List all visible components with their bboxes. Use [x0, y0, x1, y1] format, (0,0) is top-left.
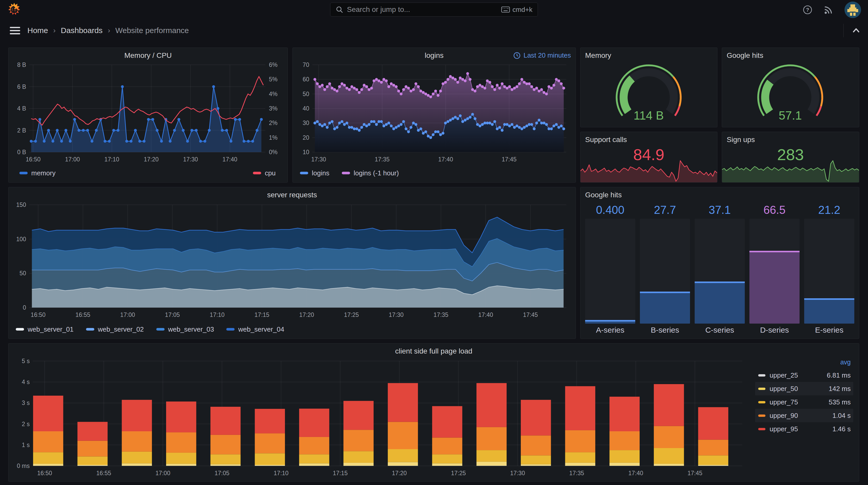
legend-item-upper_95[interactable]: upper_951.46 s	[755, 422, 853, 436]
subnav-actions	[843, 20, 861, 41]
menu-toggle-button[interactable]	[10, 26, 20, 35]
legend-item-cpu[interactable]: cpu	[253, 169, 276, 177]
svg-text:70: 70	[303, 61, 309, 68]
panel-client-page-load: client side full page load 0 ms1 s2 s3 s…	[8, 343, 859, 482]
svg-text:2 B: 2 B	[17, 127, 26, 134]
bar-gauge-fill	[804, 298, 854, 324]
legend-item-upper_50[interactable]: upper_50142 ms	[755, 382, 853, 395]
bar-gauge-value: 0.400	[585, 203, 635, 219]
svg-text:17:40: 17:40	[628, 470, 643, 477]
svg-text:17:20: 17:20	[299, 312, 314, 318]
svg-text:60: 60	[303, 76, 309, 83]
svg-text:17:40: 17:40	[222, 156, 238, 163]
panel-title[interactable]: Memory / CPU	[8, 52, 287, 59]
breadcrumb-separator: ›	[53, 26, 56, 35]
grafana-logo-icon[interactable]	[7, 2, 22, 17]
legend-swatch	[342, 172, 350, 174]
svg-text:17:45: 17:45	[502, 156, 517, 163]
breadcrumb-dashboards[interactable]: Dashboards	[61, 26, 102, 35]
svg-text:17:05: 17:05	[214, 470, 229, 477]
bar-gauge-label: B-series	[640, 324, 690, 335]
panel-title[interactable]: Memory	[585, 52, 611, 59]
svg-text:17:10: 17:10	[104, 156, 119, 163]
bar-gauge-label: E-series	[804, 324, 854, 335]
svg-text:17:45: 17:45	[687, 470, 703, 477]
bar-gauge-item-A-series: 0.400A-series	[585, 203, 635, 335]
panel-memory-cpu: Memory / CPU 0 B2 B4 B6 B8 B16:5017:0017…	[8, 47, 288, 183]
search-input[interactable]: Search or jump to... cmd+k	[330, 3, 538, 17]
google-hits-gauge: 57.1	[722, 62, 859, 126]
svg-text:0%: 0%	[269, 149, 277, 156]
panel-title[interactable]: Support calls	[585, 136, 627, 143]
breadcrumb-home[interactable]: Home	[27, 26, 48, 35]
svg-text:17:40: 17:40	[438, 156, 453, 163]
chevron-up-icon[interactable]	[851, 25, 861, 36]
panel-google-hits-bars: Google hits 0.400A-series27.7B-series37.…	[580, 187, 859, 339]
legend-item-web_server_03[interactable]: web_server_03	[156, 325, 214, 333]
legend-item-web_server_02[interactable]: web_server_02	[86, 325, 144, 333]
legend-item-logins (-1 hour)[interactable]: logins (-1 hour)	[342, 169, 399, 177]
svg-text:17:25: 17:25	[451, 470, 466, 477]
svg-text:17:00: 17:00	[120, 312, 135, 318]
svg-text:3 s: 3 s	[22, 399, 30, 406]
clock-icon	[513, 52, 521, 59]
legend-item-upper_25[interactable]: upper_256.81 ms	[755, 368, 853, 382]
legend-item-upper_90[interactable]: upper_901.04 s	[755, 409, 853, 422]
legend: memorycpu	[16, 166, 280, 180]
svg-text:1%: 1%	[269, 134, 277, 141]
legend-item-web_server_01[interactable]: web_server_01	[16, 325, 74, 333]
legend-item-memory[interactable]: memory	[20, 169, 56, 177]
legend-swatch	[226, 328, 235, 330]
svg-text:16:55: 16:55	[96, 470, 111, 477]
bar-gauge-value: 21.2	[804, 203, 854, 219]
svg-text:16:50: 16:50	[26, 156, 40, 163]
server-requests-chart[interactable]: 05010015016:5016:5517:0017:0517:1017:151…	[13, 201, 572, 319]
bar-gauge-track	[585, 219, 635, 324]
user-avatar[interactable]	[844, 1, 861, 18]
time-range-indicator[interactable]: Last 20 minutes	[513, 52, 571, 59]
bar-gauge-value: 37.1	[695, 203, 745, 219]
svg-text:40: 40	[303, 105, 309, 112]
panel-title[interactable]: Google hits	[585, 191, 622, 199]
svg-text:6%: 6%	[269, 61, 277, 68]
svg-text:16:50: 16:50	[31, 312, 46, 318]
panel-title[interactable]: Google hits	[727, 52, 764, 59]
page-load-chart[interactable]: 0 ms1 s2 s3 s4 s5 s16:5016:5517:0017:051…	[13, 357, 746, 478]
svg-text:17:35: 17:35	[433, 312, 448, 318]
breadcrumb-current: Website performance	[115, 26, 189, 35]
svg-text:17:40: 17:40	[478, 312, 493, 318]
bar-gauge-value: 27.7	[640, 203, 690, 219]
legend-item-web_server_04[interactable]: web_server_04	[226, 325, 284, 333]
legend-item-logins[interactable]: logins	[300, 169, 330, 177]
panel-server-requests: server requests 05010015016:5016:5517:00…	[8, 187, 576, 339]
svg-text:17:15: 17:15	[333, 470, 348, 477]
memory-cpu-chart[interactable]: 0 B2 B4 B6 B8 B16:5017:0017:1017:2017:30…	[13, 61, 284, 164]
panel-title[interactable]: Sign ups	[727, 136, 755, 143]
svg-text:2 s: 2 s	[22, 421, 30, 427]
legend-swatch	[758, 428, 766, 430]
logins-chart[interactable]: 1020304050607017:3017:3517:4017:45	[297, 61, 572, 164]
breadcrumb-bar: Home › Dashboards › Website performance	[0, 20, 868, 41]
rss-news-icon[interactable]	[824, 5, 833, 15]
bar-gauge-item-E-series: 21.2E-series	[804, 203, 854, 335]
bar-gauge-fill	[749, 251, 800, 324]
svg-text:17:30: 17:30	[311, 156, 326, 163]
svg-text:17:10: 17:10	[210, 312, 225, 318]
panel-title[interactable]: server requests	[8, 191, 576, 199]
svg-text:0 ms: 0 ms	[17, 462, 30, 469]
svg-text:4 B: 4 B	[17, 105, 26, 112]
panel-support-calls: Support calls 84.9	[580, 132, 717, 183]
help-icon[interactable]: ?	[802, 5, 813, 15]
svg-text:17:00: 17:00	[156, 470, 170, 477]
svg-text:0 B: 0 B	[17, 149, 26, 156]
stat-value: 84.9	[581, 146, 717, 164]
panel-title[interactable]: client side full page load	[8, 348, 859, 355]
legend-swatch	[20, 172, 28, 174]
bar-gauge-fill	[585, 320, 635, 324]
svg-text:4 s: 4 s	[22, 379, 30, 385]
legend-item-upper_75[interactable]: upper_75535 ms	[755, 395, 853, 409]
svg-text:150: 150	[16, 201, 26, 208]
svg-text:17:35: 17:35	[569, 470, 584, 477]
svg-text:30: 30	[303, 120, 309, 126]
search-icon	[336, 6, 343, 13]
